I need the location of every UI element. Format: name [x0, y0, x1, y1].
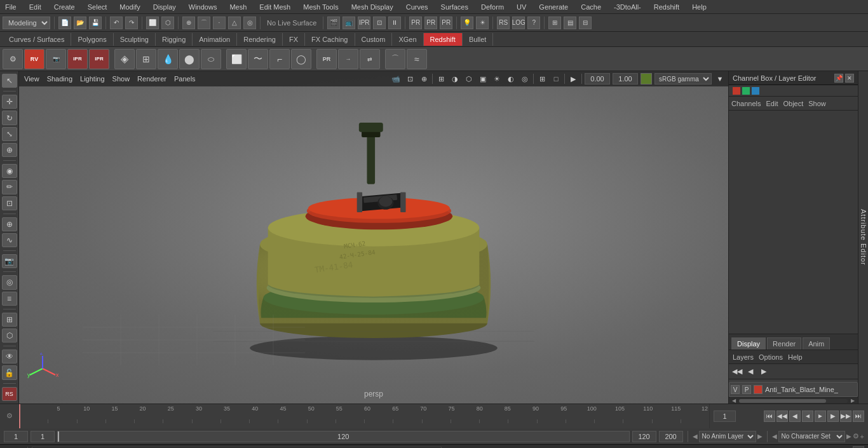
layout-icon[interactable]: ⊞	[548, 17, 561, 29]
layout-icon-2[interactable]: ▤	[564, 17, 576, 29]
shelf-tab-fx-caching[interactable]: FX Caching	[305, 33, 355, 46]
paint-weights-icon[interactable]: ✏	[2, 180, 17, 194]
menu-curves[interactable]: Curves	[403, 2, 431, 12]
current-frame-input[interactable]	[714, 411, 736, 422]
shelf-icon-grid[interactable]: ⊞	[136, 49, 156, 69]
rs-icon-3[interactable]: PR	[440, 17, 452, 29]
hide-icon[interactable]: 👁	[2, 350, 17, 363]
shelf-icon-drop[interactable]: 💧	[158, 49, 178, 69]
time-slider[interactable]	[57, 431, 630, 442]
vp-light-icon[interactable]: ☀	[491, 73, 503, 85]
char-set-add-icon[interactable]: +	[860, 433, 864, 440]
shelf-icon-wave2[interactable]: ≈	[407, 49, 427, 69]
menu-modify[interactable]: Modify	[117, 2, 142, 12]
open-scene-icon[interactable]: 📂	[74, 17, 86, 29]
vp-ao-icon[interactable]: ◎	[519, 73, 531, 85]
rp-tab-render[interactable]: Render	[767, 337, 801, 350]
rs-icon-2[interactable]: PR	[424, 17, 437, 29]
universal-manip-icon[interactable]: ⊕	[2, 143, 17, 157]
shelf-tab-rendering[interactable]: Rendering	[237, 33, 283, 46]
show-manip-icon[interactable]: ⊡	[2, 196, 17, 210]
rp-close-icon[interactable]: ✕	[845, 74, 854, 83]
vp-menu-view[interactable]: View	[22, 74, 42, 84]
rp-color-blue[interactable]	[752, 87, 759, 95]
anim-layer-prev-icon[interactable]: ◀	[693, 433, 698, 440]
timeline-track[interactable]: 5 10 15 20 25 30 35 40 45 50 55 60 65 70…	[19, 404, 709, 428]
shelf-tab-bullet[interactable]: Bullet	[463, 33, 494, 46]
rp-color-green[interactable]	[742, 87, 750, 95]
shelf-icon-diamond[interactable]: ◈	[114, 49, 135, 69]
rp-color-red[interactable]	[733, 87, 740, 95]
layer-scroll-right[interactable]: ▶	[849, 398, 857, 404]
viewport[interactable]: ТМ-41-84 МСЧ-62 42-Ч-25-84	[19, 71, 728, 404]
object-mode-icon[interactable]: ⬡	[2, 329, 17, 343]
vp-chevron-down-icon[interactable]: ▼	[714, 73, 726, 85]
vp-coord-x-input[interactable]	[585, 73, 610, 85]
shelf-icon-rv[interactable]: RV	[24, 49, 44, 69]
pb-play-fwd[interactable]: ►	[815, 411, 826, 422]
start-frame-input[interactable]	[4, 431, 28, 442]
vp-playblast-icon[interactable]: ▶	[567, 73, 579, 85]
anim-layer-dropdown[interactable]: No Anim Layer	[699, 431, 756, 442]
char-set-next-icon[interactable]: ▶	[846, 433, 851, 440]
component-mode-icon[interactable]: ⊞	[2, 313, 17, 327]
ch-tab-channels[interactable]: Channels	[731, 100, 761, 107]
render-region-icon[interactable]: ⊡	[373, 17, 386, 29]
vp-isolate-icon[interactable]: ⊞	[536, 73, 548, 85]
menu-redshift[interactable]: Redshift	[651, 2, 682, 12]
move-tool-icon[interactable]: ✛	[2, 95, 17, 109]
isolate-icon[interactable]: ◎	[2, 275, 17, 289]
shelf-tab-polygons[interactable]: Polygons	[71, 33, 113, 46]
snap-grid-lt-icon[interactable]: ⊕	[2, 217, 17, 231]
char-set-settings-icon[interactable]: ⚙	[853, 432, 859, 440]
redo-icon[interactable]: ↷	[125, 17, 138, 29]
menu-file[interactable]: File	[3, 2, 19, 12]
layer-icon-next[interactable]: ▶	[758, 366, 770, 377]
layer-playback-btn[interactable]: P	[742, 385, 751, 394]
vp-shading-icon[interactable]: ◑	[449, 73, 461, 85]
render-view-icon[interactable]: 📺	[342, 17, 355, 29]
rs-log-icon[interactable]: LOG	[512, 17, 525, 29]
menu-deform[interactable]: Deform	[478, 2, 506, 12]
pb-step-fwd[interactable]: ▶▶	[840, 411, 851, 422]
shelf-gear-icon[interactable]: ⚙	[3, 49, 23, 69]
redshift-lt-icon[interactable]: RS	[2, 387, 17, 401]
shelf-icon-hook[interactable]: ⌐	[269, 49, 290, 69]
shelf-icon-pr3[interactable]: ⇄	[360, 49, 380, 69]
vp-menu-renderer[interactable]: Renderer	[135, 74, 169, 84]
menu-display[interactable]: Display	[151, 2, 179, 12]
attribute-editor-tab[interactable]: Attribute Editor	[858, 71, 868, 404]
shelf-tab-redshift[interactable]: Redshift	[424, 33, 463, 46]
shelf-tab-sculpting[interactable]: Sculpting	[114, 33, 156, 46]
vp-frame-icon[interactable]: ⊡	[404, 73, 416, 85]
shelf-tab-fx[interactable]: FX	[283, 33, 305, 46]
pb-skip-end[interactable]: ⏭	[853, 411, 864, 422]
pb-step-back[interactable]: ◀◀	[776, 411, 788, 422]
vp-menu-panels[interactable]: Panels	[172, 74, 198, 84]
total-time-input[interactable]	[659, 431, 683, 442]
render-lt-icon[interactable]: 📷	[2, 254, 17, 268]
vp-texture-icon[interactable]: ▣	[477, 73, 489, 85]
select-tool-icon[interactable]: ↖	[2, 74, 17, 88]
shelf-tab-curves-surfaces[interactable]: Curves / Surfaces	[3, 33, 71, 46]
menu-edit-mesh[interactable]: Edit Mesh	[257, 2, 293, 12]
rs-help-icon[interactable]: ?	[527, 17, 540, 29]
vp-camera-icon[interactable]: 📹	[390, 73, 402, 85]
layer-color-swatch[interactable]	[754, 385, 763, 394]
snap-curve-icon[interactable]: ⌒	[198, 17, 210, 29]
layer-icon-prev-prev[interactable]: ◀◀	[731, 366, 743, 377]
char-set-prev-icon[interactable]: ◀	[772, 433, 777, 440]
lasso-icon[interactable]: ⬡	[161, 17, 174, 29]
layer-item[interactable]: V P Anti_Tank_Blast_Mine_	[729, 382, 858, 397]
shelf-tab-xgen[interactable]: XGen	[392, 33, 423, 46]
slider-frame-display[interactable]	[332, 431, 355, 442]
vp-select-mask[interactable]: ⊕	[418, 73, 430, 85]
save-scene-icon[interactable]: 💾	[89, 17, 102, 29]
soft-select-icon[interactable]: ◉	[2, 164, 17, 178]
range-end-input[interactable]	[632, 431, 656, 442]
shelf-icon-cam[interactable]: 📷	[46, 49, 66, 69]
shelf-icon-ipr2[interactable]: IPR	[89, 49, 109, 69]
outliner-icon[interactable]: ≡	[2, 292, 17, 306]
shelf-icon-pr2[interactable]: →	[338, 49, 358, 69]
layout-icon-3[interactable]: ⊟	[579, 17, 592, 29]
